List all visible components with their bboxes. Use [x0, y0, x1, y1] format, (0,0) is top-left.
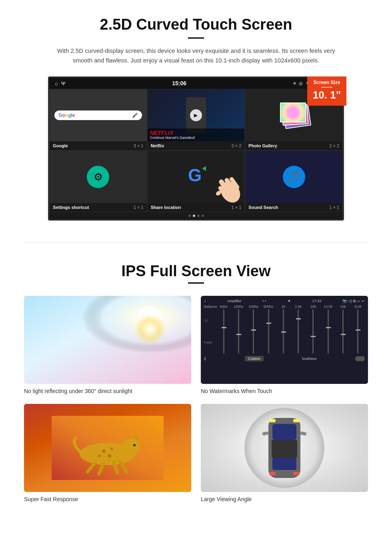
google-search-bar[interactable]: Google 🎤	[54, 110, 142, 120]
eq-bar-8	[321, 309, 335, 353]
sound-label-row: Sound Search 1 × 1	[245, 203, 342, 212]
amp-hz-500: 500hz	[262, 305, 275, 309]
share-cell[interactable]: G	[147, 151, 245, 212]
sound-cell[interactable]: 🎵 Sound Search 1 × 1	[245, 151, 343, 212]
netflix-label-row: Netflix 3 × 2	[148, 141, 245, 150]
amp-bars-container	[217, 309, 365, 353]
sunlight-label: No light reflecting under 360° direct su…	[24, 388, 191, 394]
share-app-name: Share location	[151, 205, 181, 210]
usb-icon: Ψ	[61, 80, 66, 86]
amp-hz-200: 200hz	[247, 305, 260, 309]
amp-title: Amplifier	[227, 299, 241, 303]
feature-car: Large Viewing Angle	[201, 404, 368, 502]
status-time: 15:06	[172, 80, 186, 86]
sound-icon: 🎵	[283, 166, 305, 188]
svg-point-10	[138, 306, 162, 330]
eq-bar-3	[247, 309, 260, 353]
amp-bal-label: Balance	[204, 305, 215, 309]
svg-rect-9	[24, 296, 191, 384]
section-divider	[24, 242, 368, 243]
amp-hz-60: 60hz	[217, 305, 230, 309]
svg-point-21	[110, 448, 113, 450]
app-grid: Google 🎤 Google 3 × 1	[49, 89, 343, 212]
section1-title: 2.5D Curved Touch Screen	[24, 16, 368, 33]
sound-app-size: 1 × 1	[329, 205, 339, 210]
google-cell[interactable]: Google 🎤 Google 3 × 1	[49, 89, 147, 151]
car-visual	[201, 404, 368, 492]
car-image	[201, 404, 368, 492]
amp-time: 17:33	[312, 299, 321, 303]
gallery-card-3	[280, 102, 306, 122]
amp-loudness-label: loudness	[302, 357, 316, 361]
car-label: Large Viewing Angle	[201, 496, 368, 502]
amp-dots: • •	[263, 299, 266, 303]
amp-toggle[interactable]	[355, 356, 365, 361]
play-button[interactable]: ▶	[190, 109, 202, 121]
eq-bar-5	[276, 309, 290, 353]
svg-rect-28	[272, 440, 297, 458]
amp-header: ⌂ Amplifier • • ▼ 17:33 📷 ◁) ⊠ ▭ ↩	[204, 299, 365, 303]
settings-cell[interactable]: ⚙ Settings shortcut 1 × 1	[49, 151, 147, 212]
gallery-app-size: 2 × 2	[329, 143, 339, 148]
eq-bar-10	[351, 309, 365, 353]
eq-bar-4	[262, 309, 275, 353]
bluetooth-icon: ✳	[293, 81, 296, 86]
svg-point-23	[98, 455, 101, 457]
svg-rect-29	[272, 458, 296, 470]
settings-icon: ⚙	[87, 166, 109, 188]
svg-rect-27	[272, 424, 296, 440]
svg-point-13	[123, 439, 140, 453]
sound-cell-content: 🎵	[245, 151, 342, 203]
feature-sunlight: No light reflecting under 360° direct su…	[24, 296, 191, 394]
netflix-cell-content: ▶ NETFLIX Continue Marvel's Daredevil	[148, 89, 245, 141]
screen-mockup-wrapper: Screen Size 10. 1" ⌂ Ψ 15:06 ✳ ◎ ▼ 📷 ◁) …	[48, 76, 344, 221]
settings-cell-content: ⚙	[50, 151, 147, 203]
cheetah-image	[24, 404, 191, 492]
amp-hz-2k: 2.5k	[291, 305, 305, 309]
google-app-name: Google	[53, 143, 68, 148]
google-cell-content: Google 🎤	[50, 89, 147, 141]
amp-hz-15k: 15k	[336, 305, 350, 309]
netflix-cell[interactable]: ▶ NETFLIX Continue Marvel's Daredevil Ne…	[147, 89, 245, 151]
cheetah-visual	[24, 404, 191, 492]
google-mic-icon: 🎤	[132, 112, 138, 118]
cheetah-svg	[52, 416, 164, 480]
google-search-input[interactable]	[78, 112, 130, 118]
svg-point-22	[108, 454, 111, 458]
amplifier-image: ⌂ Amplifier • • ▼ 17:33 📷 ◁) ⊠ ▭ ↩ Balan…	[201, 296, 368, 384]
netflix-logo-text: NETFLIX	[150, 130, 242, 136]
amp-side-labels: ◁) Fader	[204, 309, 215, 353]
eq-bar-1	[217, 309, 230, 353]
amp-hz-10k: 10k	[306, 305, 320, 309]
amp-wifi: ▼	[287, 299, 291, 303]
feature-amplifier: ⌂ Amplifier • • ▼ 17:33 📷 ◁) ⊠ ▭ ↩ Balan…	[201, 296, 368, 394]
amp-hz-sub: SUB	[351, 305, 365, 309]
flower-image	[281, 103, 305, 122]
amp-balance-icon: ◁)	[204, 319, 215, 322]
sunlight-visual	[24, 296, 191, 384]
settings-app-name: Settings shortcut	[53, 205, 89, 210]
svg-point-20	[102, 450, 105, 453]
gallery-app-name: Photo Gallery	[248, 143, 277, 148]
amp-eq-section: ◁) Fader	[204, 309, 365, 353]
title-divider	[188, 37, 204, 39]
page-dots	[49, 212, 343, 219]
title-divider-2	[188, 282, 204, 284]
dot-4	[202, 215, 204, 217]
car-svg	[240, 404, 328, 492]
amplifier-visual: ⌂ Amplifier • • ▼ 17:33 📷 ◁) ⊠ ▭ ↩ Balan…	[201, 296, 368, 384]
status-bar: ⌂ Ψ 15:06 ✳ ◎ ▼ 📷 ◁) ⊠ ▭	[49, 78, 343, 89]
amp-footer: ⟪ Custom loudness	[204, 356, 365, 361]
amp-balance-label: ◁)	[204, 319, 208, 322]
amp-hz-1k: 1k	[276, 305, 290, 309]
screen-size-badge: Screen Size 10. 1"	[307, 76, 346, 106]
home-icon: ⌂	[55, 80, 58, 86]
google-logo: Google	[58, 112, 75, 118]
svg-rect-30	[269, 419, 276, 422]
netflix-subtitle: Continue Marvel's Daredevil	[150, 136, 242, 140]
feature-cheetah: Super Fast Response	[24, 404, 191, 502]
settings-app-size: 1 × 1	[134, 205, 144, 210]
amp-fader-label: Fader	[204, 341, 215, 344]
amp-custom-button[interactable]: Custom	[245, 356, 264, 361]
netflix-overlay: NETFLIX Continue Marvel's Daredevil	[148, 128, 245, 141]
